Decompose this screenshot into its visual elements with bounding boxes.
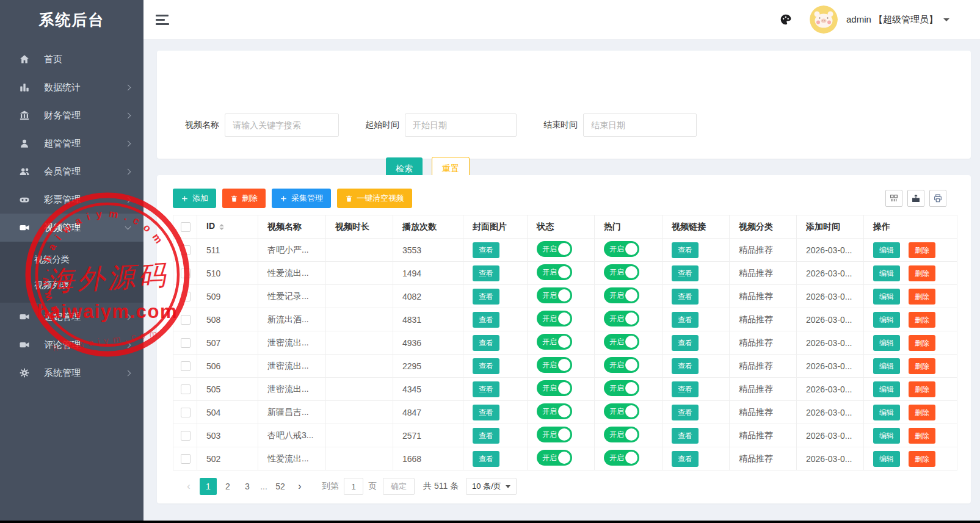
- row-delete-button[interactable]: 删除: [909, 335, 935, 351]
- hot-toggle[interactable]: 开启: [604, 311, 639, 326]
- sidebar-item-system[interactable]: 系统管理: [0, 359, 143, 387]
- sidebar-item-concubine[interactable]: 选妃管理: [0, 303, 143, 331]
- select-all-checkbox[interactable]: [181, 222, 191, 232]
- hot-toggle[interactable]: 开启: [604, 357, 639, 373]
- row-checkbox[interactable]: [181, 384, 191, 394]
- cover-view-button[interactable]: 查看: [473, 312, 499, 328]
- cover-view-button[interactable]: 查看: [473, 381, 499, 397]
- link-view-button[interactable]: 查看: [672, 265, 699, 281]
- export-button[interactable]: [907, 190, 924, 207]
- status-toggle[interactable]: 开启: [537, 287, 572, 303]
- status-toggle[interactable]: 开启: [537, 311, 572, 326]
- link-view-button[interactable]: 查看: [672, 405, 699, 420]
- sidebar-subitem-video-categories[interactable]: 视频分类: [0, 247, 143, 272]
- sidebar-item-finance[interactable]: 财务管理: [0, 101, 143, 129]
- row-delete-button[interactable]: 删除: [909, 405, 935, 420]
- edit-button[interactable]: 编辑: [873, 289, 900, 305]
- row-checkbox[interactable]: [181, 454, 191, 464]
- admin-dropdown[interactable]: admin 【超级管理员】: [846, 14, 938, 26]
- page-size-select[interactable]: 10 条/页: [466, 478, 517, 495]
- row-checkbox[interactable]: [181, 245, 191, 255]
- status-toggle[interactable]: 开启: [537, 264, 572, 280]
- status-toggle[interactable]: 开启: [537, 334, 572, 350]
- cover-view-button[interactable]: 查看: [473, 405, 499, 420]
- pagination-prev[interactable]: ‹: [180, 478, 197, 495]
- end-date-input[interactable]: [583, 114, 697, 137]
- link-view-button[interactable]: 查看: [672, 451, 699, 467]
- sort-icon[interactable]: [219, 222, 224, 233]
- row-delete-button[interactable]: 删除: [909, 358, 935, 374]
- status-toggle[interactable]: 开启: [537, 380, 572, 396]
- filter-columns-button[interactable]: [885, 190, 902, 207]
- theme-palette-icon[interactable]: [780, 13, 792, 26]
- edit-button[interactable]: 编辑: [873, 358, 900, 374]
- edit-button[interactable]: 编辑: [873, 451, 900, 467]
- link-view-button[interactable]: 查看: [672, 428, 699, 444]
- row-checkbox[interactable]: [181, 408, 191, 417]
- edit-button[interactable]: 编辑: [873, 405, 900, 420]
- start-date-input[interactable]: [405, 114, 517, 137]
- hot-toggle[interactable]: 开启: [604, 403, 639, 419]
- row-delete-button[interactable]: 删除: [909, 265, 935, 281]
- edit-button[interactable]: 编辑: [873, 265, 900, 281]
- status-toggle[interactable]: 开启: [537, 403, 572, 419]
- hot-toggle[interactable]: 开启: [604, 334, 639, 350]
- hot-toggle[interactable]: 开启: [604, 287, 639, 303]
- pagination-page-3[interactable]: 3: [239, 478, 256, 495]
- hot-toggle[interactable]: 开启: [604, 450, 639, 466]
- video-name-input[interactable]: [225, 114, 339, 137]
- link-view-button[interactable]: 查看: [672, 358, 699, 374]
- hot-toggle[interactable]: 开启: [604, 380, 639, 396]
- sidebar-subitem-video-list[interactable]: 视频列表: [0, 272, 143, 298]
- goto-confirm-button[interactable]: 确定: [383, 478, 415, 495]
- link-view-button[interactable]: 查看: [672, 335, 699, 351]
- cover-view-button[interactable]: 查看: [473, 335, 499, 351]
- edit-button[interactable]: 编辑: [873, 381, 900, 397]
- avatar[interactable]: [810, 5, 838, 34]
- row-delete-button[interactable]: 删除: [909, 451, 935, 467]
- cover-view-button[interactable]: 查看: [473, 242, 499, 258]
- collect-manage-button[interactable]: 采集管理: [272, 189, 331, 208]
- pagination-next[interactable]: ›: [291, 478, 308, 495]
- row-delete-button[interactable]: 删除: [909, 242, 935, 258]
- row-delete-button[interactable]: 删除: [909, 428, 935, 444]
- row-checkbox[interactable]: [181, 338, 191, 348]
- edit-button[interactable]: 编辑: [873, 428, 900, 444]
- hot-toggle[interactable]: 开启: [604, 264, 639, 280]
- link-view-button[interactable]: 查看: [672, 312, 699, 328]
- hot-toggle[interactable]: 开启: [604, 427, 639, 442]
- cover-view-button[interactable]: 查看: [473, 289, 499, 305]
- sidebar-item-stats[interactable]: 数据统计: [0, 73, 143, 101]
- cover-view-button[interactable]: 查看: [473, 265, 499, 281]
- status-toggle[interactable]: 开启: [537, 241, 572, 257]
- edit-button[interactable]: 编辑: [873, 312, 900, 328]
- row-delete-button[interactable]: 删除: [909, 312, 935, 328]
- menu-toggle-button[interactable]: [156, 12, 170, 27]
- sidebar-item-comments[interactable]: 评论管理: [0, 331, 143, 359]
- row-checkbox[interactable]: [181, 292, 191, 301]
- status-toggle[interactable]: 开启: [537, 450, 572, 466]
- row-delete-button[interactable]: 删除: [909, 289, 935, 305]
- delete-button[interactable]: 删除: [222, 189, 266, 208]
- cover-view-button[interactable]: 查看: [473, 358, 499, 374]
- row-delete-button[interactable]: 删除: [909, 381, 935, 397]
- cover-view-button[interactable]: 查看: [473, 428, 499, 444]
- cover-view-button[interactable]: 查看: [473, 451, 499, 467]
- status-toggle[interactable]: 开启: [537, 357, 572, 373]
- status-toggle[interactable]: 开启: [537, 427, 572, 442]
- edit-button[interactable]: 编辑: [873, 242, 900, 258]
- sidebar-item-video[interactable]: 视频管理: [0, 214, 143, 242]
- sidebar-item-lottery[interactable]: 彩票管理: [0, 186, 143, 214]
- link-view-button[interactable]: 查看: [672, 381, 699, 397]
- row-checkbox[interactable]: [181, 431, 191, 441]
- link-view-button[interactable]: 查看: [672, 289, 699, 305]
- pagination-page-52[interactable]: 52: [272, 478, 289, 495]
- pagination-page-2[interactable]: 2: [219, 478, 236, 495]
- row-checkbox[interactable]: [181, 315, 191, 325]
- sidebar-item-home[interactable]: 首页: [0, 45, 143, 73]
- row-checkbox[interactable]: [181, 269, 191, 278]
- sidebar-item-members[interactable]: 会员管理: [0, 157, 143, 186]
- add-button[interactable]: 添加: [173, 189, 216, 208]
- goto-page-input[interactable]: [344, 478, 363, 495]
- col-header-id[interactable]: ID: [197, 215, 258, 239]
